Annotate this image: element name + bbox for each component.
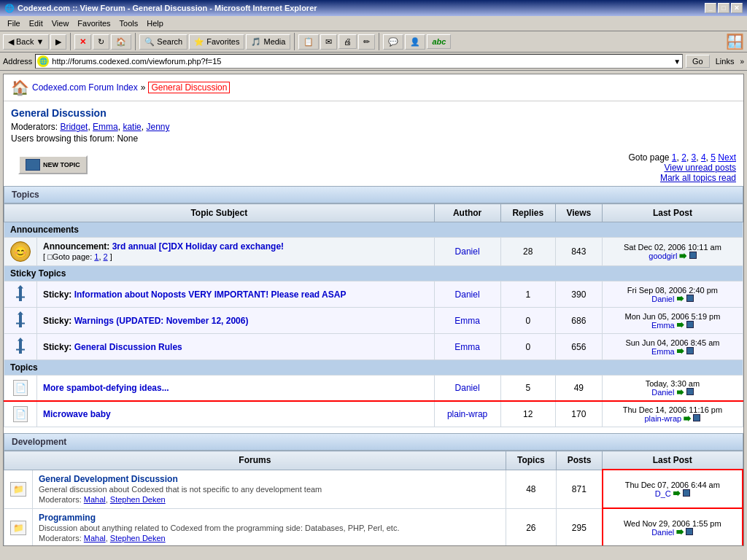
moderator-jenny[interactable]: Jenny — [146, 122, 169, 132]
ann-page-2[interactable]: 2 — [104, 252, 108, 261]
menu-tools[interactable]: Tools — [115, 18, 143, 29]
goto-topic-last-post-1[interactable] — [677, 389, 684, 395]
address-input[interactable] — [52, 57, 670, 66]
forum-name-cell-1: General Development Discussion General d… — [33, 470, 506, 508]
sticky-author-link-3[interactable]: Emma — [454, 342, 480, 352]
goto-topic-last-post-2[interactable] — [684, 416, 691, 421]
back-button[interactable]: ◀ Back ▼ — [3, 34, 49, 50]
menu-help[interactable]: Help — [142, 18, 168, 29]
forum-name-cell-2: Programming Discussion about anything re… — [33, 508, 506, 546]
menu-edit[interactable]: Edit — [25, 18, 47, 29]
topic-last-post-author-1[interactable]: Daniel — [651, 388, 674, 397]
moderators-label: Moderators: — [11, 122, 58, 132]
goto-last-post-icon-3[interactable] — [677, 349, 684, 354]
media-button[interactable]: 🎵 Media — [246, 34, 290, 50]
mail-icon: ✉ — [325, 37, 332, 47]
breadcrumb-home[interactable]: Codexed.com Forum Index — [32, 82, 138, 93]
forum-name-link-1[interactable]: General Development Discussion — [39, 474, 178, 484]
edit-forum-icon-2 — [686, 528, 693, 535]
stop-button[interactable]: ✕ — [74, 34, 91, 50]
forum-title: General Discussion — [11, 107, 736, 119]
forum-mod-mahal-2[interactable]: Mahal — [84, 534, 106, 542]
goto-page-1[interactable]: 1 — [672, 152, 677, 163]
discuss-button[interactable]: 💬 — [383, 34, 403, 50]
address-input-wrap[interactable]: 🌐 ▼ — [35, 54, 683, 69]
view-unread-link[interactable]: View unread posts — [628, 163, 736, 173]
sticky-title-cell-3: Sticky: General Discussion Rules — [37, 334, 435, 360]
new-topic-icon — [26, 159, 40, 171]
topic-title-link-1[interactable]: More spambot-defying ideas... — [43, 383, 169, 393]
forums-last-post-header: Last Post — [603, 451, 743, 470]
sticky-last-post-author-1[interactable]: Daniel — [651, 295, 674, 303]
goto-last-post-icon-2[interactable] — [677, 322, 684, 328]
topic-author-link-2[interactable]: plain-wrap — [447, 409, 487, 419]
forums-header-row: Forums Topics Posts Last Post — [4, 451, 743, 470]
forum-mod-stephen-1[interactable]: Stephen Deken — [110, 495, 166, 504]
sticky-last-post-author-3[interactable]: Emma — [651, 347, 675, 356]
moderator-emma[interactable]: Emma — [93, 122, 118, 132]
sticky-author-link-1[interactable]: Daniel — [455, 289, 480, 300]
goto-forum-last-post-2[interactable] — [676, 529, 684, 535]
ann-page-1[interactable]: 1 — [94, 252, 98, 261]
moderator-katie[interactable]: katie — [123, 122, 141, 132]
new-topic-button[interactable]: NEW TOPIC — [18, 155, 88, 174]
breadcrumb-current: General Discussion — [148, 82, 230, 93]
forums-header: Forums — [4, 451, 506, 470]
goto-last-post-icon[interactable] — [679, 253, 686, 259]
messenger-button[interactable]: 👤 — [405, 34, 425, 50]
menu-view[interactable]: View — [47, 18, 74, 29]
spelling-button[interactable]: abc — [427, 34, 451, 49]
print-button[interactable]: 🖨 — [338, 34, 357, 49]
go-button[interactable]: Go — [686, 55, 710, 68]
goto-page-5[interactable]: 5 — [711, 152, 716, 163]
dropdown-arrow-icon[interactable]: ▼ — [673, 58, 681, 66]
refresh-button[interactable]: ↻ — [93, 34, 109, 50]
history-button[interactable]: 📋 — [298, 34, 319, 50]
sticky-title-link-3[interactable]: General Discussion Rules — [74, 342, 182, 352]
topic-title-link-2[interactable]: Microwave baby — [43, 409, 111, 419]
table-row: Sticky: General Discussion Rules Emma 0 … — [4, 334, 743, 360]
forum-icon-cell-1: 📁 — [4, 470, 33, 508]
forum-mod-mahal-1[interactable]: Mahal — [84, 495, 106, 504]
moderator-bridget[interactable]: Bridget — [60, 122, 88, 132]
goto-last-post-icon-1[interactable] — [677, 296, 684, 302]
maximize-button[interactable]: □ — [718, 3, 729, 13]
topic-author-link-1[interactable]: Daniel — [455, 383, 480, 393]
edit-forum-icon-1 — [683, 489, 690, 497]
menu-favorites[interactable]: Favorites — [73, 18, 115, 29]
edit-button[interactable]: ✏ — [358, 34, 375, 50]
forward-button[interactable]: ▶ — [50, 34, 66, 50]
address-label: Address — [3, 57, 32, 66]
sticky-title-link-1[interactable]: Information about Noposts VERY IMPORTANT… — [74, 289, 347, 300]
announcement-title-link[interactable]: 3rd annual [C]DX Holiday card exchange! — [112, 241, 284, 252]
announcement-avatar: 😊 — [10, 241, 31, 262]
favorites-button[interactable]: ⭐ Favorites — [189, 34, 244, 50]
window-controls[interactable]: _ □ ✕ — [705, 3, 743, 13]
goto-page-3[interactable]: 3 — [692, 152, 697, 163]
menu-file[interactable]: File — [3, 18, 25, 29]
minimize-button[interactable]: _ — [705, 3, 716, 13]
breadcrumb: 🏠 Codexed.com Forum Index » General Disc… — [4, 74, 743, 101]
sticky-author-link-2[interactable]: Emma — [454, 316, 480, 326]
mail-button[interactable]: ✉ — [320, 34, 337, 50]
forum-mod-stephen-2[interactable]: Stephen Deken — [110, 534, 166, 542]
forum-last-post-author-1[interactable]: D_C — [655, 489, 671, 498]
sticky-last-post-author-2[interactable]: Emma — [651, 321, 675, 330]
forum-last-post-date-1: Thu Dec 07, 2006 6:44 am — [625, 481, 720, 489]
forum-name-link-2[interactable]: Programming — [39, 513, 96, 523]
mark-all-read-link[interactable]: Mark all topics read — [628, 173, 736, 183]
topic-last-post-author-2[interactable]: plain-wrap — [644, 414, 681, 423]
goto-page-2[interactable]: 2 — [681, 152, 686, 163]
sticky-title-link-2[interactable]: Warnings (UPDATED: November 12, 2006) — [74, 316, 249, 326]
goto-forum-last-post-1[interactable] — [673, 491, 681, 497]
goto-page-4[interactable]: 4 — [701, 152, 706, 163]
search-button[interactable]: 🔍 Search — [139, 34, 187, 50]
forum-last-post-author-2[interactable]: Daniel — [651, 528, 674, 537]
announcement-author-link[interactable]: Daniel — [455, 246, 480, 257]
links-expand-icon[interactable]: » — [740, 58, 744, 66]
home-button[interactable]: 🏠 — [111, 34, 131, 50]
announcement-last-post-author[interactable]: goodgirl — [649, 252, 677, 260]
view-links: View unread posts Mark all topics read — [628, 163, 736, 183]
goto-next[interactable]: Next — [718, 152, 736, 163]
close-button[interactable]: ✕ — [731, 3, 743, 13]
